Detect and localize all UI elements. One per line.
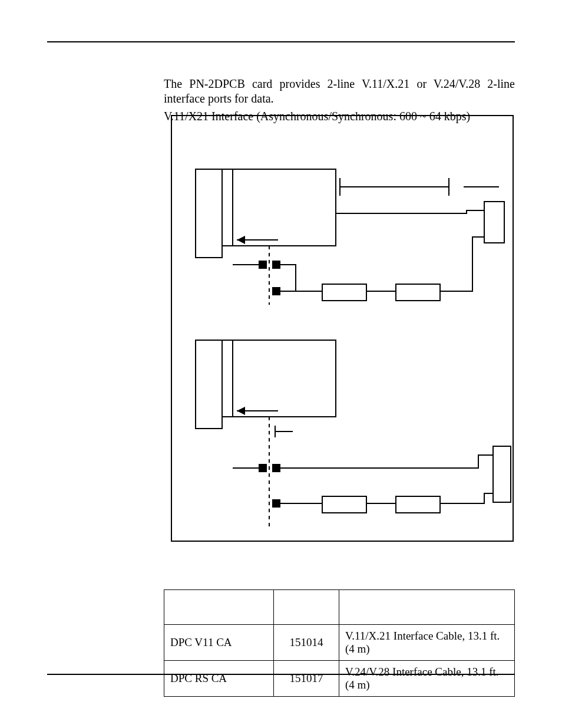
svg-rect-26 — [272, 464, 280, 472]
cell-name: DPC RS CA — [164, 661, 274, 697]
svg-rect-12 — [272, 287, 280, 295]
svg-rect-6 — [233, 169, 336, 246]
svg-rect-25 — [259, 464, 267, 472]
svg-rect-19 — [233, 340, 336, 417]
table-row: DPC V11 CA 151014 V.11/X.21 Interface Ca… — [164, 625, 515, 661]
top-rule — [47, 41, 515, 42]
cell-cat: 151017 — [274, 661, 339, 697]
svg-rect-28 — [493, 446, 511, 502]
page: The PN-2DPCB card provides 2-line V.11/X… — [0, 0, 562, 728]
svg-rect-17 — [196, 340, 222, 429]
header-desc — [339, 590, 515, 625]
svg-rect-13 — [484, 202, 504, 243]
diagram-container — [171, 115, 514, 542]
interface-diagram-icon — [172, 116, 513, 541]
cell-name: DPC V11 CA — [164, 625, 274, 661]
svg-rect-27 — [272, 499, 280, 508]
svg-rect-30 — [322, 496, 366, 513]
table-row: DPC RS CA 151017 V.24/V.28 Interface Cab… — [164, 661, 515, 697]
bottom-rule — [47, 674, 515, 675]
parts-table: DPC V11 CA 151014 V.11/X.21 Interface Ca… — [164, 589, 515, 697]
table-header-row — [164, 590, 515, 625]
svg-marker-21 — [237, 407, 245, 415]
cell-cat: 151014 — [274, 625, 339, 661]
svg-rect-15 — [396, 284, 440, 301]
intro-paragraph: The PN-2DPCB card provides 2-line V.11/X… — [164, 77, 515, 106]
header-cat — [274, 590, 339, 625]
svg-marker-8 — [237, 236, 245, 244]
svg-rect-10 — [259, 261, 267, 269]
svg-rect-11 — [272, 261, 280, 269]
cell-desc: V.24/V.28 Interface Cable, 13.1 ft. (4 m… — [339, 661, 515, 697]
svg-rect-18 — [222, 340, 233, 417]
svg-rect-14 — [322, 284, 366, 301]
svg-rect-31 — [396, 496, 440, 513]
svg-rect-5 — [222, 169, 233, 246]
header-name — [164, 590, 274, 625]
cell-desc: V.11/X.21 Interface Cable, 13.1 ft. (4 m… — [339, 625, 515, 661]
parts-table-wrap: DPC V11 CA 151014 V.11/X.21 Interface Ca… — [164, 589, 515, 697]
svg-rect-4 — [196, 169, 222, 258]
